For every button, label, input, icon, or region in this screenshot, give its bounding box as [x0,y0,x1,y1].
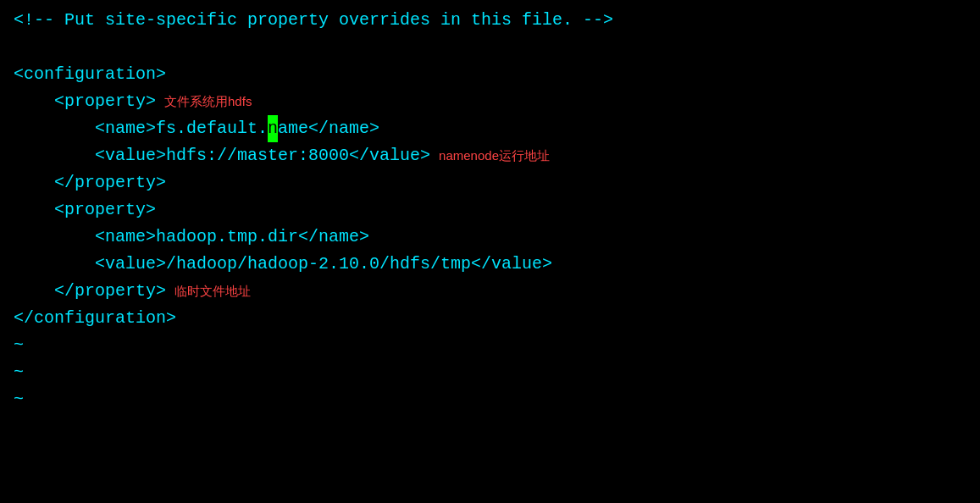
tag-value-hadoop-tmp: <value>/hadoop/hadoop-2.10.0/hdfs/tmp</v… [14,251,552,278]
line-name-fs-default: <name>fs.default.name</name> [14,115,966,142]
tag-property-2-close: </property> [14,278,166,305]
line-property-2-close: </property> 临时文件地址 [14,278,966,305]
tag-property-1-close: </property> [14,169,166,196]
tag-value-hdfs: <value>hdfs://master:8000</value> [14,142,430,169]
line-configuration-open: <configuration> [14,61,966,88]
annotation-filesystem: 文件系统用hdfs [164,91,252,112]
line-comment: <!-- Put site-specific property override… [14,7,966,34]
line-configuration-close: </configuration> [14,305,966,332]
tag-name-after-cursor: ame</name> [278,115,379,142]
line-property-1-close: </property> [14,169,966,196]
tag-name-hadoop-tmp: <name>hadoop.tmp.dir</name> [14,224,369,251]
line-value-hadoop-tmp: <value>/hadoop/hadoop-2.10.0/hdfs/tmp</v… [14,251,966,278]
tilde-3: ~ [14,386,24,413]
comment-text: <!-- Put site-specific property override… [14,7,613,34]
tag-property-1-open: <property> [14,88,156,115]
empty-line-1 [14,34,966,61]
line-property-1-open: <property> 文件系统用hdfs [14,88,966,115]
line-name-hadoop-tmp: <name>hadoop.tmp.dir</name> [14,224,966,251]
line-property-2-open: <property> [14,196,966,224]
tilde-2: ~ [14,359,24,386]
cursor: n [268,115,278,142]
line-tilde-2: ~ [14,359,966,386]
annotation-namenode: namenode运行地址 [439,146,550,166]
line-tilde-1: ~ [14,332,966,359]
tag-configuration-open: <configuration> [14,61,166,88]
annotation-tmpdir: 临时文件地址 [174,281,251,301]
tag-name-before-cursor: <name>fs.default. [14,115,268,142]
line-value-hdfs: <value>hdfs://master:8000</value> nameno… [14,142,966,169]
tilde-1: ~ [14,332,24,359]
line-tilde-3: ~ [14,386,966,413]
tag-configuration-close: </configuration> [14,305,176,332]
tag-property-2-open: <property> [14,196,156,224]
editor: <!-- Put site-specific property override… [0,0,980,503]
